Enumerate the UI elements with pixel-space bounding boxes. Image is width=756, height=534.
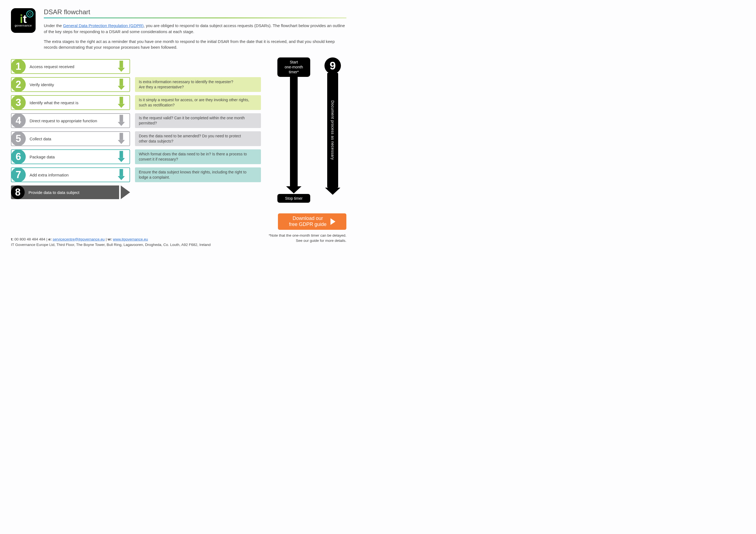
arrow-down-icon xyxy=(116,114,127,127)
step-1-number: 1 xyxy=(11,59,26,74)
step-7-note-l2: lodge a complaint. xyxy=(139,175,257,180)
footer-e-label: e: xyxy=(48,237,51,241)
footer-t-label: t: xyxy=(11,237,14,241)
arrow-down-icon xyxy=(116,60,127,73)
step-6-note-l1: Which format does the data need to be in… xyxy=(139,152,257,157)
svg-rect-4 xyxy=(120,97,123,104)
timer-arrow-shaft xyxy=(290,77,298,186)
step-2-number: 2 xyxy=(11,77,26,92)
step-3-number: 3 xyxy=(11,95,26,110)
play-icon xyxy=(331,218,336,225)
timer-start-l2: one-month xyxy=(279,64,309,69)
step-3-note-l1: Is it simply a request for access, or ar… xyxy=(139,97,257,103)
step-4: 4Direct request to appropriate function xyxy=(11,113,130,128)
step-1-label: Access request received xyxy=(26,64,116,69)
logo-i: i xyxy=(20,14,23,24)
arrow-down-icon xyxy=(116,132,127,145)
svg-marker-11 xyxy=(118,158,125,162)
step-7-number: 7 xyxy=(11,167,26,182)
page-title: DSAR flowchart xyxy=(44,8,346,16)
step-4-note-l1: Is the request valid? Can it be complete… xyxy=(139,115,257,121)
step-4-note-l2: permitted? xyxy=(139,121,257,126)
step-3: 3Identify what the request is xyxy=(11,95,130,110)
step-2-note-l2: Are they a representative? xyxy=(139,85,257,90)
document-process: 9 Document process as necessary xyxy=(322,58,344,195)
doc-label: Document process as necessary xyxy=(331,100,335,160)
arrow-down-icon xyxy=(116,78,127,91)
timer-arrow-head-icon xyxy=(286,186,302,193)
step-8-number: 8 xyxy=(11,186,25,199)
step-2: 2Verify identity xyxy=(11,77,130,92)
intro-paragraph-2: The extra stages to the right act as a r… xyxy=(44,38,346,51)
svg-rect-6 xyxy=(120,115,123,122)
step-6-note-l2: convert it if necessary? xyxy=(139,157,257,162)
step-2-note: Is extra information necessary to identi… xyxy=(135,77,261,92)
step-8: 8Provide data to data subject xyxy=(11,186,130,199)
step-3-label: Identify what the request is xyxy=(26,100,116,105)
svg-rect-10 xyxy=(120,151,123,158)
timer-start-l1: Start xyxy=(279,60,309,64)
doc-arrow-shaft: Document process as necessary xyxy=(327,73,338,188)
logo-ring-icon xyxy=(26,11,33,17)
footnote-l2: See our guide for more details. xyxy=(269,238,346,243)
step-2-note-l1: Is extra information necessary to identi… xyxy=(139,79,257,85)
svg-rect-8 xyxy=(120,133,123,140)
step-4-note: Is the request valid? Can it be complete… xyxy=(135,113,261,128)
footnote-l1: *Note that the one-month timer can be de… xyxy=(269,233,346,238)
step-1: 1Access request received xyxy=(11,59,130,74)
svg-marker-7 xyxy=(118,122,125,126)
download-gdpr-guide-button[interactable]: Download our free GDPR guide xyxy=(278,214,346,230)
svg-rect-0 xyxy=(120,61,123,68)
footer-email-link[interactable]: servicecentre@itgovernance.eu xyxy=(53,237,105,241)
step-7-note-l1: Ensure the data subject knows their righ… xyxy=(139,170,257,175)
logo-governance: governance xyxy=(15,24,32,27)
note-spacer xyxy=(135,59,261,74)
step-5-note: Does the data need to be amended? Do you… xyxy=(135,131,261,146)
gdpr-link[interactable]: General Data Protection Regulation (GDPR… xyxy=(63,23,144,28)
step-2-label: Verify identity xyxy=(26,82,116,87)
step-5-label: Collect data xyxy=(26,137,116,141)
step-7-label: Add extra information xyxy=(26,173,116,177)
svg-marker-1 xyxy=(118,68,125,72)
arrow-right-icon xyxy=(121,186,130,199)
svg-rect-2 xyxy=(120,79,123,86)
intro-paragraph-1: Under the General Data Protection Regula… xyxy=(44,23,346,35)
step-4-number: 4 xyxy=(11,113,26,128)
footer: t: 00 800 48 484 484 | e: servicecentre@… xyxy=(11,237,210,248)
step-6: 6Package data xyxy=(11,149,130,164)
arrow-down-icon xyxy=(116,96,127,110)
arrow-down-icon xyxy=(116,150,127,164)
timer-footnote: *Note that the one-month timer can be de… xyxy=(269,233,346,243)
step-5-note-l1: Does the data need to be amended? Do you… xyxy=(139,134,257,139)
timer-stop-box: Stop timer xyxy=(277,194,310,203)
step-5: 5Collect data xyxy=(11,131,130,146)
footer-website-link[interactable]: www.itgovernance.eu xyxy=(113,237,148,241)
intro-pre: Under the xyxy=(44,23,63,28)
footer-phone: 00 800 48 484 484 xyxy=(14,237,45,241)
one-month-timer: Start one-month timer* Stop timer xyxy=(277,58,310,203)
cta-line-1: Download our xyxy=(289,216,326,221)
step-7: 7Add extra information xyxy=(11,167,130,182)
step-6-note: Which format does the data need to be in… xyxy=(135,149,261,164)
svg-marker-3 xyxy=(118,86,125,90)
step-6-label: Package data xyxy=(26,155,116,159)
step-9-number: 9 xyxy=(324,58,341,74)
doc-arrow-head-icon xyxy=(325,188,340,195)
footer-address: IT Governance Europe Ltd, Third Floor, T… xyxy=(11,242,210,247)
cta-line-2: free GDPR guide xyxy=(289,221,326,228)
step-5-number: 5 xyxy=(11,131,26,146)
timer-start-box: Start one-month timer* xyxy=(277,58,310,77)
step-3-note: Is it simply a request for access, or ar… xyxy=(135,95,261,110)
step-6-number: 6 xyxy=(11,149,26,164)
logo-t: t xyxy=(23,14,27,24)
arrow-down-icon xyxy=(116,168,127,182)
step-5-note-l2: other data subjects? xyxy=(139,139,257,144)
step-8-label: Provide data to data subject xyxy=(25,190,121,195)
svg-marker-13 xyxy=(118,176,125,180)
svg-rect-12 xyxy=(120,169,123,176)
brand-logo: it governance xyxy=(11,8,36,33)
svg-marker-5 xyxy=(118,104,125,108)
step-4-label: Direct request to appropriate function xyxy=(26,118,116,123)
footer-w-label: w: xyxy=(108,237,112,241)
timer-start-l3: timer* xyxy=(279,69,309,74)
